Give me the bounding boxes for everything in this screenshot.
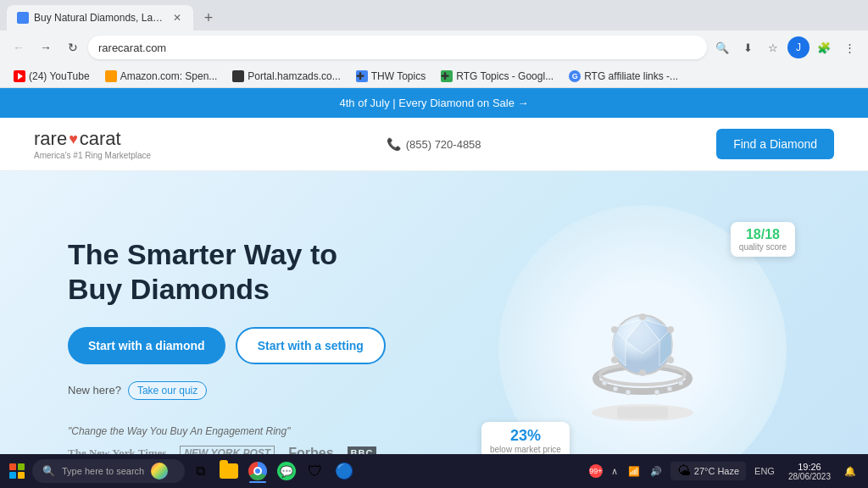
tray-network-icon[interactable]: 📶 (625, 464, 643, 479)
url-bar[interactable] (88, 36, 707, 59)
g-favicon-icon: G (569, 70, 581, 82)
win-square-3 (9, 472, 16, 479)
taskbar: 🔍 Type here to search ⧉ 💬 🛡 🔵 99+ ∧ 📶 🔊 … (0, 454, 868, 488)
bookmark-youtube-label: (24) YouTube (29, 70, 90, 82)
bookmark-thw-label: THW Topics (371, 70, 426, 82)
quality-score-badge: 18/18 quality score (731, 222, 795, 257)
app4-taskbar[interactable]: 🛡 (302, 458, 329, 485)
nyp-logo: NEW YORK POST (180, 446, 275, 454)
website-content: 4th of July | Every Diamond on Sale → ra… (0, 88, 868, 454)
tray-volume-icon[interactable]: 🔊 (647, 464, 665, 479)
svg-point-18 (626, 390, 631, 395)
logo-tagline: America's #1 Ring Marketplace (34, 151, 151, 160)
svg-point-10 (639, 313, 646, 320)
promo-banner[interactable]: 4th of July | Every Diamond on Sale → (0, 88, 868, 118)
svg-point-16 (602, 380, 607, 385)
profile-avatar: J (787, 36, 810, 58)
hero-title-line2: Buy Diamonds (68, 273, 270, 305)
tab-title: Buy Natural Diamonds, Lab Gro... (34, 12, 166, 24)
start-with-diamond-button[interactable]: Start with a diamond (68, 327, 225, 364)
bookmark-amazon-label: Amazon.com: Spen... (120, 70, 218, 82)
nav-bar: ← → ↻ 🔍 ⬇ ☆ J 🧩 ⋮ (0, 30, 868, 64)
start-button[interactable] (3, 458, 31, 485)
browser-chrome: Buy Natural Diamonds, Lab Gro... ✕ + ← →… (0, 0, 868, 88)
quality-score-value: 18/18 (739, 227, 787, 242)
bbc-logo: BBC (348, 446, 377, 454)
chrome-icon (248, 462, 267, 480)
ring-svg (549, 256, 736, 442)
search-magnifier-icon: 🔍 (42, 465, 55, 477)
win-square-4 (18, 472, 25, 479)
back-button[interactable]: ← (7, 36, 31, 59)
file-explorer-taskbar[interactable] (215, 458, 242, 485)
bookmark-amazon[interactable]: Amazon.com: Spen... (98, 69, 225, 84)
app5-taskbar[interactable]: 🔵 (331, 458, 358, 485)
take-quiz-link[interactable]: Take our quiz (128, 381, 207, 400)
bookmarks-bar: (24) YouTube Amazon.com: Spen... Portal.… (0, 64, 868, 88)
svg-point-15 (611, 326, 618, 333)
taskbar-search[interactable]: 🔍 Type here to search (32, 459, 185, 483)
hero-content: The Smarter Way to Buy Diamonds Start wi… (68, 237, 451, 454)
promo-banner-text: 4th of July | Every Diamond on Sale → (339, 97, 528, 109)
svg-point-17 (613, 386, 618, 391)
new-here-label: New here? (68, 384, 121, 396)
portal-favicon-icon (232, 70, 244, 82)
search-icon-btn[interactable]: 🔍 (710, 36, 734, 59)
phone-icon: 📞 (387, 137, 401, 151)
price-badge-label: below market price (490, 445, 561, 454)
weather-widget[interactable]: 🌤 27°C Haze (670, 462, 746, 480)
logo-text-carat: carat (80, 128, 121, 150)
win-square-1 (9, 463, 16, 470)
notification-badge[interactable]: 99+ (589, 464, 603, 478)
taskbar-right: 99+ ∧ 📶 🔊 🌤 27°C Haze ENG 19:26 28/06/20… (589, 460, 865, 483)
bookmark-thw[interactable]: ✚ THW Topics (349, 69, 432, 84)
find-diamond-button[interactable]: Find a Diamond (716, 129, 834, 159)
hero-section: The Smarter Way to Buy Diamonds Start wi… (0, 171, 868, 454)
logo-area[interactable]: rare ♥ carat America's #1 Ring Marketpla… (34, 128, 151, 160)
clock-widget[interactable]: 19:26 28/06/2023 (783, 460, 836, 483)
downloads-icon-btn[interactable]: ⬇ (736, 36, 760, 59)
reload-button[interactable]: ↻ (61, 36, 85, 59)
svg-point-14 (611, 357, 618, 363)
bookmark-rtg-affiliate[interactable]: G RTG affiliate links -... (562, 69, 685, 84)
svg-point-19 (654, 390, 659, 395)
tab-favicon (17, 12, 29, 24)
svg-rect-1 (617, 407, 668, 419)
task-view-button[interactable]: ⧉ (186, 458, 214, 485)
svg-point-11 (667, 326, 674, 333)
tray-up-arrow[interactable]: ∧ (608, 464, 621, 479)
menu-icon-btn[interactable]: ⋮ (837, 36, 861, 59)
clock-time: 19:26 (798, 462, 821, 472)
nav-icons: 🔍 ⬇ ☆ J 🧩 ⋮ (710, 36, 861, 59)
clock-date: 28/06/2023 (788, 472, 831, 481)
taskbar-search-label: Type here to search (62, 466, 144, 476)
new-tab-button[interactable]: + (197, 6, 220, 30)
notification-center-icon[interactable]: 🔔 (841, 464, 860, 479)
phone-area[interactable]: 📞 (855) 720-4858 (387, 137, 481, 151)
start-with-setting-button[interactable]: Start with a setting (236, 327, 386, 364)
whatsapp-taskbar[interactable]: 💬 (273, 458, 300, 485)
bookmark-portal-label: Portal.hamzads.co... (248, 70, 340, 82)
svg-point-12 (667, 357, 674, 363)
logo-text-rare: rare (34, 128, 67, 150)
tab-close-button[interactable]: ✕ (171, 12, 183, 24)
svg-point-13 (639, 369, 646, 376)
price-percent-value: 23% (490, 427, 561, 445)
yt-favicon-icon (14, 70, 25, 82)
bookmark-icon-btn[interactable]: ☆ (761, 36, 785, 59)
active-tab[interactable]: Buy Natural Diamonds, Lab Gro... ✕ (7, 5, 193, 30)
amazon-favicon-icon (105, 70, 117, 82)
new-here-area: New here? Take our quiz (68, 381, 451, 400)
chrome-taskbar[interactable] (244, 458, 271, 485)
forward-button[interactable]: → (34, 36, 58, 59)
profile-icon-btn[interactable]: J (787, 36, 810, 59)
win-square-2 (18, 463, 25, 470)
bookmark-portal[interactable]: Portal.hamzads.co... (225, 69, 347, 84)
bookmark-youtube[interactable]: (24) YouTube (7, 69, 97, 84)
logo-heart-icon: ♥ (69, 130, 78, 148)
hero-quote: "Change the Way You Buy An Engagement Ri… (68, 425, 451, 437)
cortana-icon (151, 463, 168, 480)
bookmark-rtg-topics[interactable]: ✚ RTG Topics - Googl... (434, 69, 560, 84)
extensions-icon-btn[interactable]: 🧩 (812, 36, 836, 59)
quality-score-label: quality score (739, 242, 787, 252)
